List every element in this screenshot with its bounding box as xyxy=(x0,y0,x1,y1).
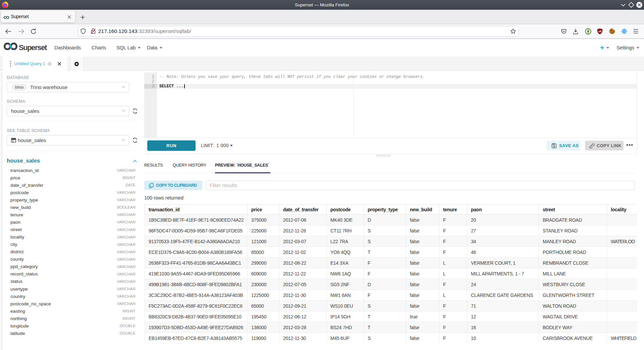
svg-text:U0: U0 xyxy=(598,30,601,33)
